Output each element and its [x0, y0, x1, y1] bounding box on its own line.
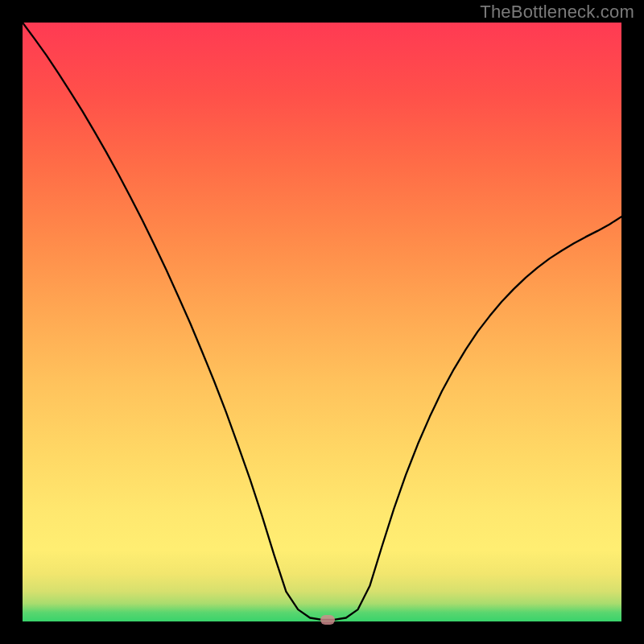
- plot-area: [23, 23, 621, 621]
- watermark-text: TheBottleneck.com: [480, 2, 634, 23]
- chart-frame: TheBottleneck.com: [0, 0, 644, 644]
- bottleneck-curve: [23, 23, 621, 621]
- curve-path: [23, 23, 621, 620]
- optimal-point-marker: [320, 615, 335, 625]
